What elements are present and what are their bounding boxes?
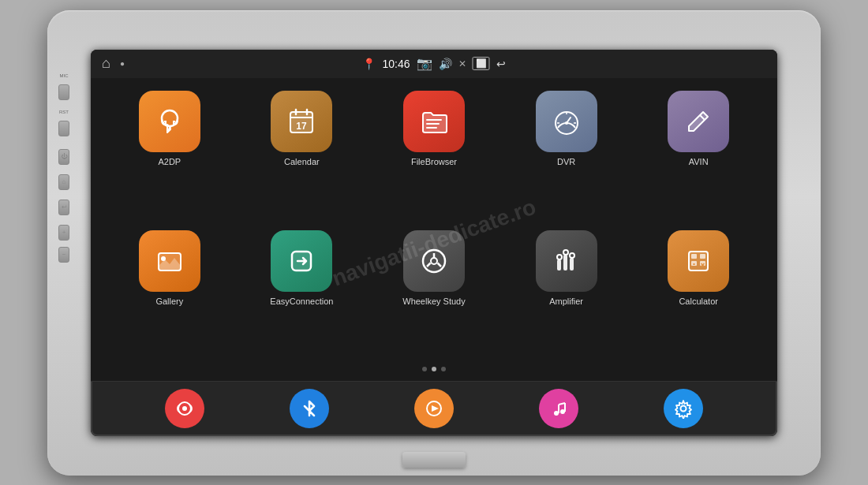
dock-bluetooth[interactable] (290, 389, 329, 428)
page-dots (107, 362, 761, 375)
vol-down-button[interactable]: − (58, 247, 69, 263)
dock-music[interactable] (539, 389, 578, 428)
svg-point-11 (565, 121, 568, 125)
calendar-icon: 17 (271, 91, 332, 152)
bottom-dock (91, 381, 777, 436)
amplifier-icon (536, 230, 597, 292)
side-buttons: MIC RST ⏻ ⌂ ↩ + − (58, 73, 69, 263)
svg-line-19 (437, 263, 441, 267)
screen: navigatii-dedicate.ro ⌂ ● 📍 10:46 📷 🔊 ✕ … (91, 50, 777, 436)
svg-line-20 (427, 263, 431, 267)
status-bar: ⌂ ● 📍 10:46 📷 🔊 ✕ ⬜ ↩ (91, 50, 777, 78)
svg-point-45 (681, 406, 687, 412)
a2dp-icon (139, 91, 200, 152)
app-filebrowser[interactable]: FileBrowser (371, 91, 497, 222)
dock-settings[interactable] (664, 389, 703, 428)
app-calculator[interactable]: Calculator (635, 230, 761, 362)
app-dvr[interactable]: DVR (503, 91, 630, 222)
bottom-stand (402, 452, 466, 468)
app-a2dp[interactable]: A2DP (107, 91, 233, 222)
svg-point-14 (161, 256, 166, 261)
filebrowser-label: FileBrowser (411, 157, 457, 166)
close-icon[interactable]: ✕ (458, 58, 466, 69)
app-calendar[interactable]: 17 Calendar (239, 91, 365, 222)
car-unit: MIC RST ⏻ ⌂ ↩ + − navigatii-dedicate.ro … (47, 10, 821, 476)
app-grid: A2DP 17 Calendar (107, 91, 761, 362)
svg-point-26 (570, 253, 574, 258)
svg-rect-29 (700, 254, 705, 259)
easyconnection-label: EasyConnection (270, 297, 333, 306)
dvr-label: DVR (557, 157, 575, 166)
avin-icon (668, 91, 729, 152)
svg-marker-39 (432, 405, 439, 412)
app-gallery[interactable]: Gallery (107, 230, 233, 362)
rst-button[interactable] (58, 121, 69, 136)
gallery-icon (139, 230, 200, 292)
filebrowser-icon (403, 91, 465, 152)
back-hw-button[interactable]: ↩ (58, 200, 69, 215)
svg-point-37 (182, 406, 187, 411)
calculator-icon (668, 230, 729, 292)
amplifier-label: Amplifier (549, 297, 583, 306)
main-content: A2DP 17 Calendar (91, 78, 777, 381)
calendar-label: Calendar (284, 157, 320, 166)
wheelkey-icon (403, 230, 465, 292)
screen-icon[interactable]: ⬜ (473, 57, 490, 70)
rst-label: RST (58, 110, 69, 114)
status-center: 📍 10:46 📷 🔊 ✕ ⬜ ↩ (362, 56, 505, 71)
svg-line-44 (559, 403, 565, 405)
page-dot-3[interactable] (441, 367, 446, 371)
svg-point-17 (431, 258, 437, 264)
volume-icon[interactable]: 🔊 (439, 58, 452, 70)
gallery-label: Gallery (155, 297, 183, 306)
dvr-icon (536, 91, 597, 152)
svg-rect-21 (557, 259, 561, 270)
app-easyconnection[interactable]: EasyConnection (239, 230, 365, 362)
svg-point-25 (563, 250, 568, 255)
app-wheelkey[interactable]: Wheelkey Study (371, 230, 497, 362)
app-avin[interactable]: AVIN (635, 91, 761, 222)
camera-icon[interactable]: 📷 (417, 56, 432, 71)
easyconnection-icon (271, 230, 332, 292)
dock-radio[interactable] (165, 389, 204, 428)
status-left: ⌂ ● (102, 55, 125, 72)
dock-video[interactable] (414, 389, 454, 428)
status-time: 10:46 (382, 58, 410, 70)
location-icon: 📍 (362, 58, 376, 70)
page-dot-2[interactable] (432, 367, 436, 371)
svg-rect-23 (570, 258, 574, 270)
mic-button[interactable] (58, 84, 69, 100)
calculator-label: Calculator (679, 297, 718, 306)
a2dp-label: A2DP (158, 157, 181, 166)
power-button[interactable]: ⏻ (58, 149, 69, 165)
home-hw-button[interactable]: ⌂ (58, 174, 69, 190)
svg-text:17: 17 (297, 121, 308, 132)
app-amplifier[interactable]: Amplifier (503, 230, 630, 362)
page-dot-1[interactable] (422, 367, 427, 371)
dot-icon: ● (120, 59, 125, 68)
mic-label: MIC (58, 73, 69, 78)
wheelkey-label: Wheelkey Study (402, 297, 465, 306)
svg-rect-22 (563, 255, 567, 270)
home-icon[interactable]: ⌂ (102, 55, 110, 72)
avin-label: AVIN (689, 157, 709, 166)
vol-up-button[interactable]: + (58, 225, 69, 241)
svg-rect-28 (691, 254, 697, 259)
back-icon[interactable]: ↩ (496, 58, 506, 70)
svg-point-24 (557, 255, 562, 259)
